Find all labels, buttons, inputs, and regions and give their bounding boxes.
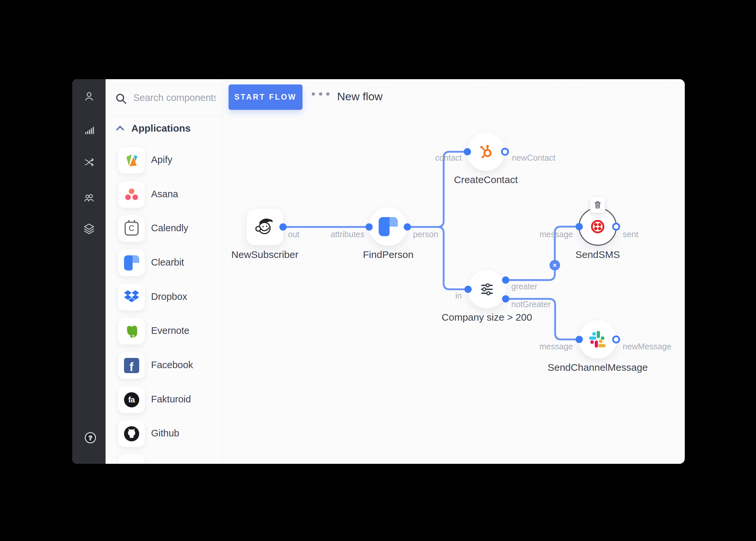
- port-findperson-out[interactable]: [404, 223, 411, 231]
- port-findperson-in[interactable]: [365, 223, 373, 231]
- more-options-icon[interactable]: [312, 92, 335, 96]
- port-filter-notgreater[interactable]: [502, 295, 509, 302]
- app-item-github[interactable]: Github: [106, 420, 223, 452]
- app-item-fakturoid[interactable]: fa Fakturoid: [106, 386, 223, 418]
- app-label: Calendly: [151, 223, 189, 234]
- port-sendsms-out[interactable]: [612, 223, 620, 231]
- user-profile-icon[interactable]: [82, 89, 96, 104]
- port-createcontact-out[interactable]: [501, 148, 509, 156]
- fakturoid-icon: fa: [118, 386, 145, 413]
- port-label-in: in: [456, 291, 462, 300]
- mailchimp-icon: [253, 216, 276, 239]
- node-title-sendchannelmessage: SendChannelMessage: [529, 362, 667, 373]
- port-label-notgreater: notGreater: [511, 299, 551, 309]
- app-item-asana[interactable]: Asana: [106, 181, 223, 213]
- node-newsubscriber[interactable]: [246, 209, 283, 246]
- port-sendsms-in[interactable]: [575, 223, 583, 230]
- node-sendchannelmessage[interactable]: [578, 320, 617, 358]
- app-window: ? Applications: [72, 79, 685, 464]
- app-label: Github: [151, 428, 179, 439]
- port-label-newmessage: newMessage: [623, 342, 671, 351]
- port-label-message: message: [540, 230, 573, 239]
- app-label: Apify: [151, 154, 172, 165]
- asana-icon: [118, 181, 145, 208]
- delete-node-button[interactable]: [590, 197, 605, 213]
- slack-icon: [589, 330, 606, 348]
- node-sendsms[interactable]: [578, 208, 617, 246]
- port-label-sent: sent: [623, 230, 638, 239]
- twilio-icon: [588, 217, 607, 236]
- app-label: Dropbox: [151, 291, 188, 302]
- hubspot-icon: [476, 142, 496, 161]
- filter-sliders-icon: [477, 280, 497, 299]
- stats-bars-icon[interactable]: [82, 123, 96, 138]
- help-icon[interactable]: ?: [83, 430, 98, 445]
- calendly-icon: C: [118, 215, 145, 242]
- app-item-calendly[interactable]: C Calendly: [106, 215, 223, 247]
- left-nav-rail: ?: [72, 79, 106, 464]
- node-title-filter: Company size > 200: [418, 312, 556, 323]
- app-tile-partial[interactable]: [106, 454, 223, 464]
- app-item-apify[interactable]: Apify: [106, 147, 223, 178]
- port-label-newcontact: newContact: [512, 153, 556, 163]
- applications-section-header[interactable]: Applications: [106, 120, 223, 137]
- port-filter-in[interactable]: [464, 286, 472, 293]
- screenshot-root: ? Applications: [0, 0, 756, 541]
- dropbox-icon: [118, 283, 145, 311]
- app-label: Asana: [151, 189, 178, 200]
- search-input[interactable]: [133, 89, 216, 106]
- port-label-attributes: attributes: [330, 230, 364, 239]
- team-icon[interactable]: [82, 191, 96, 205]
- start-flow-button[interactable]: START FLOW: [228, 85, 302, 110]
- port-label-message-slack: message: [540, 342, 573, 351]
- evernote-icon: [118, 317, 145, 345]
- facebook-icon: f: [118, 352, 145, 379]
- port-sendchannelmessage-in[interactable]: [575, 336, 583, 343]
- port-createcontact-in[interactable]: [464, 148, 471, 155]
- flow-title: New flow: [337, 90, 383, 103]
- port-label-out: out: [288, 230, 299, 239]
- port-label-contact: contact: [435, 153, 462, 163]
- trash-icon: [593, 200, 602, 210]
- node-createcontact[interactable]: [467, 133, 505, 171]
- github-icon: [118, 420, 145, 447]
- app-label: Facebook: [151, 359, 193, 370]
- app-item-dropbox[interactable]: Dropbox: [106, 283, 223, 315]
- clearbit-icon: [379, 217, 398, 236]
- port-label-greater: greater: [511, 282, 537, 291]
- layers-icon[interactable]: [82, 221, 96, 236]
- port-sendchannelmessage-out[interactable]: [612, 335, 620, 343]
- delete-connection-badge[interactable]: ×: [550, 260, 560, 270]
- apify-icon: [118, 147, 145, 174]
- help-glyph: ?: [89, 435, 92, 441]
- node-title-sendsms: SendSMS: [529, 249, 667, 260]
- node-title-newsubscriber: NewSubscriber: [195, 249, 334, 260]
- app-item-evernote[interactable]: Evernote: [106, 317, 223, 349]
- app-item-facebook[interactable]: f Facebook: [106, 352, 223, 383]
- component-sidebar: Applications Apify: [106, 79, 223, 464]
- node-filter[interactable]: [468, 270, 506, 308]
- app-label: Fakturoid: [151, 394, 191, 405]
- app-label: Evernote: [151, 325, 189, 336]
- shuffle-flows-icon[interactable]: [82, 155, 96, 170]
- search-icon: [115, 92, 128, 106]
- node-findperson[interactable]: [369, 208, 407, 246]
- port-filter-greater[interactable]: [502, 276, 509, 284]
- flow-canvas[interactable]: [223, 79, 685, 464]
- app-label: Clearbit: [151, 257, 184, 268]
- port-label-person: person: [413, 230, 438, 239]
- node-title-createcontact: CreateContact: [417, 174, 555, 186]
- clearbit-icon: [118, 249, 145, 276]
- port-newsubscriber-out[interactable]: [279, 223, 287, 231]
- search-row: [106, 79, 223, 116]
- node-title-findperson: FindPerson: [319, 249, 458, 260]
- chevron-up-icon: [116, 125, 125, 132]
- applications-section-label: Applications: [131, 123, 190, 134]
